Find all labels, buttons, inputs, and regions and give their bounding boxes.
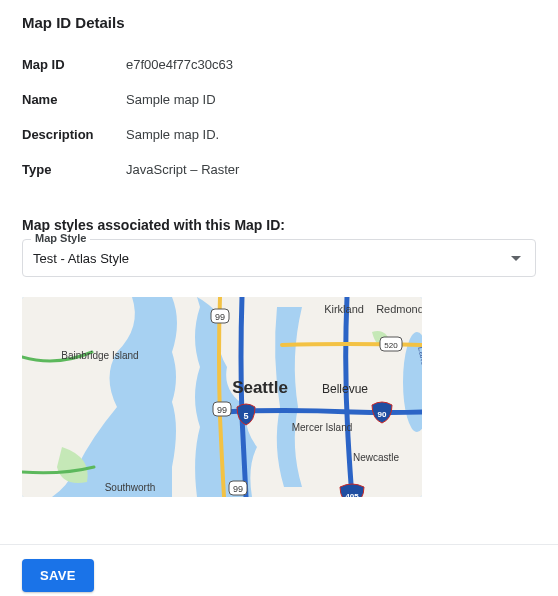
- details-row: Type JavaScript – Raster: [22, 152, 536, 187]
- map-preview[interactable]: Seattle Bellevue Kirkland Redmond Mercer…: [22, 297, 422, 497]
- shield-sr520: 520: [380, 337, 402, 351]
- map-label-kirkland: Kirkland: [324, 303, 364, 315]
- details-label: Type: [22, 152, 126, 187]
- map-style-select[interactable]: Map Style Test - Atlas Style: [22, 239, 536, 277]
- details-table: Map ID e7f00e4f77c30c63 Name Sample map …: [22, 47, 536, 187]
- save-button[interactable]: SAVE: [22, 559, 94, 592]
- svg-text:90: 90: [378, 410, 387, 419]
- map-label-bainbridge: Bainbridge Island: [61, 350, 138, 361]
- map-label-redmond: Redmond: [376, 303, 422, 315]
- map-label-seattle: Seattle: [232, 378, 288, 397]
- page-title: Map ID Details: [22, 14, 536, 31]
- chevron-down-icon: [511, 256, 521, 261]
- shield-sr99b: 99: [213, 402, 231, 416]
- map-style-select-label: Map Style: [31, 232, 90, 244]
- details-value: e7f00e4f77c30c63: [126, 47, 536, 82]
- map-label-mercer: Mercer Island: [292, 422, 353, 433]
- svg-text:520: 520: [384, 341, 398, 350]
- shield-sr99a: 99: [211, 309, 229, 323]
- map-style-select-value: Test - Atlas Style: [33, 251, 511, 266]
- details-row: Description Sample map ID.: [22, 117, 536, 152]
- details-label: Map ID: [22, 47, 126, 82]
- details-value: Sample map ID.: [126, 117, 536, 152]
- map-label-southworth: Southworth: [105, 482, 156, 493]
- svg-text:99: 99: [217, 405, 227, 415]
- details-label: Name: [22, 82, 126, 117]
- shield-i405: 405: [340, 484, 364, 497]
- details-value: Sample map ID: [126, 82, 536, 117]
- footer-bar: SAVE: [0, 544, 558, 596]
- details-value: JavaScript – Raster: [126, 152, 536, 187]
- map-label-newcastle: Newcastle: [353, 452, 400, 463]
- svg-text:99: 99: [215, 312, 225, 322]
- associated-styles-title: Map styles associated with this Map ID:: [22, 217, 536, 233]
- shield-sr99c: 99: [229, 481, 247, 495]
- svg-text:5: 5: [243, 411, 248, 421]
- svg-text:99: 99: [233, 484, 243, 494]
- details-row: Name Sample map ID: [22, 82, 536, 117]
- details-label: Description: [22, 117, 126, 152]
- map-label-bellevue: Bellevue: [322, 382, 368, 396]
- details-row: Map ID e7f00e4f77c30c63: [22, 47, 536, 82]
- svg-text:405: 405: [345, 492, 359, 497]
